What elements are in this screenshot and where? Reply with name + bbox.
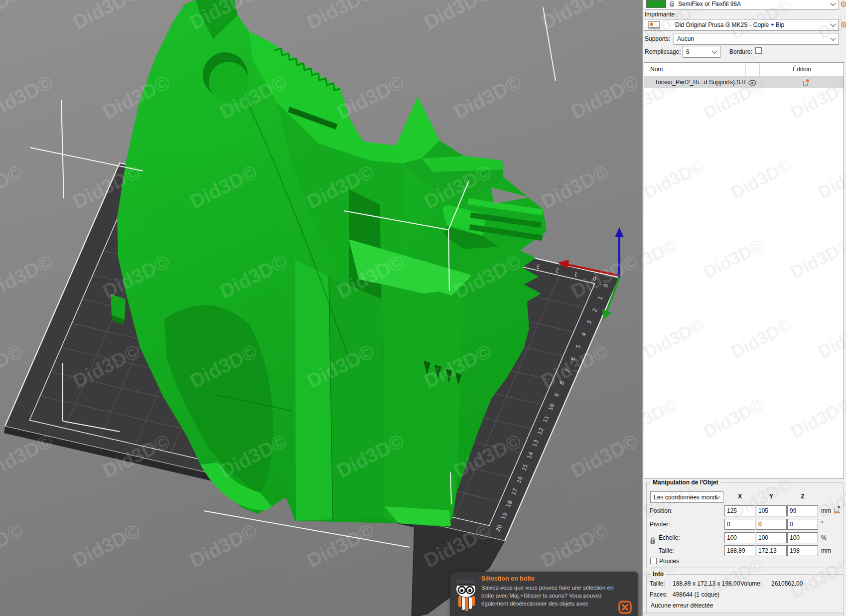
info-status: Aucune erreur détectée: [651, 602, 713, 609]
toast-title: Sélection en boîte: [481, 575, 535, 582]
supports-select[interactable]: Aucun: [674, 33, 839, 45]
model-file-name: Torsso_Part2_Ri...d Supports).STL: [655, 79, 747, 86]
table-row[interactable]: Torsso_Part2_Ri...d Supports).STL: [644, 77, 844, 88]
info-faces-label: Faces:: [650, 591, 668, 598]
printer-select[interactable]: Did Original Prusa i3 MK2S - Copie + Bip: [644, 19, 839, 31]
infill-label: Remplissage:: [645, 48, 681, 55]
bottom-strip: [644, 613, 844, 616]
scene-canvas: 0123242501234567891011121314151617181920…: [0, 0, 642, 616]
scale-label: Échelle:: [659, 534, 680, 541]
chevron-down-icon: [711, 48, 717, 54]
size-label: Taille:: [659, 547, 674, 554]
edit-icon[interactable]: [802, 79, 810, 87]
supports-label: Supports:: [645, 35, 670, 42]
inches-label: Pouces: [659, 558, 679, 565]
info-size-value: 188,89 x 172,13 x 198,00: [673, 580, 740, 587]
position-x-input[interactable]: [724, 505, 755, 516]
brim-label: Bordure:: [729, 48, 752, 55]
axis-header-y: Y: [756, 493, 787, 500]
column-header-name: Nom: [650, 66, 663, 73]
size-z-input[interactable]: [787, 545, 818, 556]
manipulation-title: Manipulation de l'Objet: [651, 479, 720, 486]
brim-checkbox[interactable]: [755, 47, 762, 54]
info-volume-label: Volume:: [740, 580, 762, 587]
position-y-input[interactable]: [756, 505, 787, 516]
rotate-label: Pivoter:: [650, 521, 670, 528]
toast-line-2: boîte avec Maj.+Glisser la souris? Vous …: [481, 593, 602, 599]
drop-to-bed-icon[interactable]: [834, 505, 841, 514]
toast-close-button[interactable]: [618, 601, 632, 614]
printer-gear-icon[interactable]: ⚙: [840, 20, 846, 29]
rotate-y-input[interactable]: [756, 519, 787, 530]
info-title: Info: [651, 571, 666, 578]
position-unit: mm: [821, 507, 831, 514]
axis-header-x: X: [724, 493, 755, 500]
uniform-scale-lock-icon[interactable]: [649, 537, 656, 545]
infill-select[interactable]: 6: [683, 46, 720, 58]
scale-unit: %: [821, 534, 827, 541]
notification-toast: Sélection en boîte Saviez-vous que vous …: [450, 572, 638, 616]
chevron-down-icon: [830, 35, 836, 41]
printer-icon: [648, 21, 660, 29]
lock-icon: [669, 0, 675, 7]
close-icon: [618, 601, 632, 614]
material-select[interactable]: SemiFlex or Flexfill 98A: [644, 0, 839, 9]
viewport-3d[interactable]: 0123242501234567891011121314151617181920…: [0, 0, 642, 616]
settings-panel: SemiFlex or Flexfill 98A ⚙ Imprimante : …: [642, 0, 846, 616]
material-name: SemiFlex or Flexfill 98A: [675, 0, 741, 7]
column-header-edition: Édition: [759, 66, 845, 73]
coords-mode-select[interactable]: Les coordonnées mondi: [650, 491, 723, 503]
size-unit: mm: [821, 547, 831, 554]
printer-name: Did Original Prusa i3 MK2S - Copie + Bip: [660, 21, 784, 28]
infill-value: 6: [683, 48, 690, 55]
rotate-z-input[interactable]: [787, 519, 818, 530]
position-z-input[interactable]: [787, 505, 818, 516]
toast-line-3: également désélectionner des objets avec: [481, 601, 588, 607]
inches-checkbox[interactable]: [650, 558, 657, 564]
info-group: Info Taille: 188,89 x 172,13 x 198,00 Vo…: [646, 574, 844, 616]
scale-z-input[interactable]: [787, 532, 818, 543]
axis-header-z: Z: [787, 493, 818, 500]
rotate-unit: °: [821, 520, 824, 527]
manipulation-group: Manipulation de l'Objet Les coordonnées …: [646, 482, 844, 568]
printer-label: Imprimante :: [645, 11, 678, 18]
chevron-down-icon: [830, 0, 836, 6]
info-size-label: Taille:: [650, 580, 665, 587]
material-gear-icon[interactable]: ⚙: [840, 0, 846, 9]
scale-y-input[interactable]: [756, 532, 787, 543]
scale-x-input[interactable]: [724, 532, 755, 543]
mascot-octopus-icon: [454, 576, 477, 614]
visibility-eye-icon[interactable]: [748, 80, 756, 86]
rotate-x-input[interactable]: [724, 519, 755, 530]
toast-line-1: Saviez-vous que vous pouvez faire une sé…: [481, 585, 613, 591]
model-fin-right: [329, 277, 384, 519]
position-label: Position:: [650, 507, 673, 514]
size-x-input[interactable]: [724, 545, 755, 556]
coords-mode-value: Les coordonnées mondi: [651, 494, 717, 501]
info-faces-value: 498644 (1 coque): [673, 591, 719, 598]
table-header: Nom Édition: [644, 63, 844, 77]
size-y-input[interactable]: [756, 545, 787, 556]
material-color-swatch: [646, 0, 666, 8]
model-table: Nom Édition Torsso_Part2_Ri...d Supports…: [644, 62, 844, 479]
chevron-down-icon: [830, 21, 836, 27]
info-volume-value: 2610562,00: [771, 580, 803, 587]
supports-value: Aucun: [674, 35, 694, 42]
